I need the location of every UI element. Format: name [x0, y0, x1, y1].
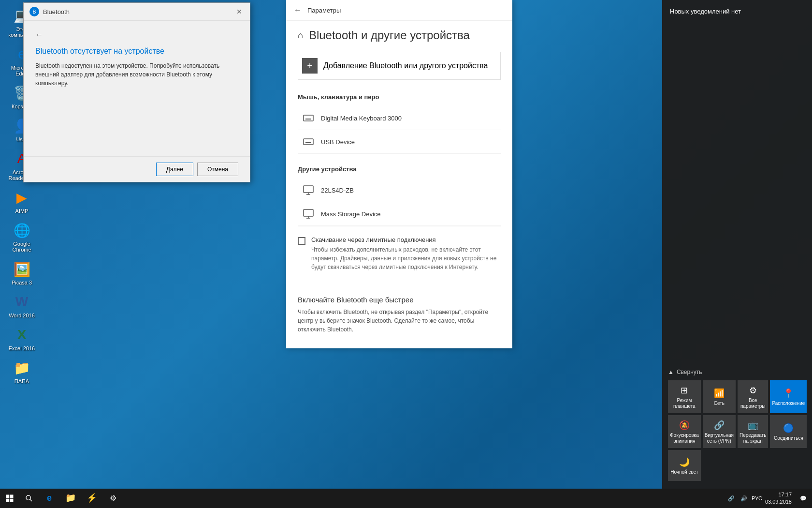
storage-device-name: Mass Storage Device — [321, 210, 381, 218]
svg-rect-15 — [304, 209, 313, 216]
bluetooth-taskbar-icon: ⚡ — [87, 493, 97, 503]
device-item-22ls[interactable]: 22LS4D-ZB — [298, 179, 501, 202]
add-device-button[interactable]: + Добавление Bluetooth или другого устро… — [298, 52, 501, 80]
settings-page-title: Bluetooth и другие устройства — [309, 29, 470, 42]
vpn-label: Виртуальная сеть (VPN) — [705, 433, 734, 444]
svg-rect-19 — [10, 495, 14, 498]
tile-network[interactable]: 📶 Сеть — [703, 380, 736, 413]
aimp-label: AIMP — [7, 208, 37, 214]
tile-focus-assist[interactable]: 🔕 Фокусировка внимания — [668, 415, 701, 448]
taskbar-app-edge[interactable]: e — [39, 489, 60, 508]
keyboard-device-name: Digital Media Keyboard 3000 — [321, 115, 402, 122]
dialog-back-button[interactable]: ← — [35, 30, 43, 39]
tile-project[interactable]: 📺 Передавать на экран — [738, 415, 768, 448]
location-label: Расположение — [772, 401, 805, 406]
download-settings-section: Скачивание через лимитные подключения Чт… — [298, 226, 501, 286]
settings-home-icon: ⌂ — [298, 30, 303, 41]
tile-location[interactable]: 📍 Расположение — [770, 380, 807, 413]
action-center: Новых уведомлений нет ▲ Свернуть ⊞ Режим… — [662, 0, 812, 489]
night-light-label: Ночной свет — [670, 469, 698, 475]
add-device-icon: + — [302, 58, 318, 74]
dialog-heading: Bluetooth отсутствует на устройстве — [35, 47, 238, 56]
dialog-titlebar: B Bluetooth ✕ — [24, 3, 250, 21]
desktop-icon-papa[interactable]: 📁 ПАПА — [5, 357, 39, 386]
dialog-title-text: Bluetooth — [43, 8, 70, 15]
dialog-title-left: B Bluetooth — [29, 7, 70, 16]
collapse-chevron-icon: ▲ — [668, 369, 674, 375]
desktop: 💻 Этот компьютер e Microsoft Edge 🗑️ Кор… — [0, 0, 812, 508]
dialog-body-text: Bluetooth недоступен на этом устройстве.… — [35, 61, 238, 88]
taskbar: e 📁 ⚡ ⚙ 🔗 🔊 РУС 17:17 03.09.2018 💬 — [0, 489, 812, 508]
device-item-mass-storage[interactable]: Mass Storage Device — [298, 202, 501, 226]
action-center-collapse-button[interactable]: ▲ Свернуть — [668, 369, 806, 375]
svg-point-22 — [26, 495, 30, 500]
clock-time: 17:17 — [778, 491, 792, 498]
search-icon — [25, 494, 33, 502]
tile-night-light[interactable]: 🌙 Ночной свет — [668, 450, 701, 481]
download-checkbox-label-group: Скачивание через лимитные подключения Чт… — [311, 236, 501, 271]
bluetooth-promo-section: Включайте Bluetooth еще быстрее Чтобы вк… — [298, 286, 501, 334]
promo-title: Включайте Bluetooth еще быстрее — [298, 296, 501, 304]
excel-label: Excel 2016 — [7, 345, 37, 351]
dialog-body: ← Bluetooth отсутствует на устройстве Bl… — [24, 21, 250, 156]
usb-keyboard-icon — [302, 135, 315, 149]
svg-rect-0 — [304, 115, 313, 121]
action-center-header: Новых уведомлений нет — [662, 0, 812, 19]
chrome-icon: 🌐 — [13, 222, 30, 239]
other-section-heading: Другие устройства — [298, 162, 501, 173]
download-checkbox-row: Скачивание через лимитные подключения Чт… — [298, 236, 501, 271]
action-center-bottom: ▲ Свернуть ⊞ Режим планшета 📶 Сеть ⚙ Все… — [662, 363, 812, 489]
tray-volume-icon[interactable]: 🔊 — [739, 493, 749, 503]
download-checkbox[interactable] — [298, 237, 305, 245]
picasa-icon: 🖼️ — [13, 260, 30, 278]
taskbar-tray: 🔗 🔊 РУС 17:17 03.09.2018 💬 — [726, 491, 812, 506]
tile-all-settings[interactable]: ⚙ Все параметры — [738, 380, 768, 413]
taskbar-apps: e 📁 ⚡ ⚙ — [39, 489, 124, 508]
download-checkbox-label: Скачивание через лимитные подключения — [311, 236, 501, 243]
edge-taskbar-icon: e — [47, 493, 52, 503]
tablet-mode-icon: ⊞ — [681, 385, 688, 396]
desktop-icon-chrome[interactable]: 🌐 Google Chrome — [5, 220, 39, 254]
action-center-tray-icon[interactable]: 💬 — [798, 493, 808, 503]
settings-back-button[interactable]: ← — [294, 6, 302, 15]
svg-rect-6 — [304, 139, 313, 145]
dialog-nav: ← — [35, 30, 238, 39]
excel-icon: X — [13, 326, 30, 344]
promo-text: Чтобы включить Bluetooth, не открывая ра… — [298, 308, 501, 334]
search-button[interactable] — [19, 489, 39, 508]
papa-icon: 📁 — [13, 359, 30, 376]
taskbar-app-bluetooth[interactable]: ⚡ — [81, 489, 102, 508]
taskbar-app-explorer[interactable]: 📁 — [60, 489, 81, 508]
taskbar-clock[interactable]: 17:17 03.09.2018 — [765, 491, 796, 506]
settings-header-title: Параметры — [307, 7, 341, 14]
start-button[interactable] — [0, 489, 19, 508]
network-label: Сеть — [714, 401, 725, 406]
tile-connect[interactable]: 🔵 Соединиться — [770, 415, 807, 448]
night-light-icon: 🌙 — [679, 457, 690, 467]
tile-tablet-mode[interactable]: ⊞ Режим планшета — [668, 380, 701, 413]
tray-language[interactable]: РУС — [752, 495, 762, 501]
monitor-icon — [302, 183, 315, 197]
focus-assist-icon: 🔕 — [679, 420, 690, 431]
word-icon: W — [13, 293, 30, 311]
dialog-close-button[interactable]: ✕ — [234, 7, 244, 16]
start-icon — [5, 494, 14, 503]
settings-panel: ← Параметры ⌂ Bluetooth и другие устройс… — [286, 0, 512, 348]
desktop-icon-word[interactable]: W Word 2016 — [5, 291, 39, 320]
desktop-icon-picasa[interactable]: 🖼️ Picasa 3 — [5, 258, 39, 287]
desktop-icon-excel[interactable]: X Excel 2016 — [5, 324, 39, 353]
svg-rect-21 — [10, 499, 14, 502]
tray-network-icon[interactable]: 🔗 — [726, 493, 736, 503]
taskbar-app-settings[interactable]: ⚙ — [102, 489, 124, 508]
device-item-usb[interactable]: USB Device — [298, 130, 501, 154]
desktop-icon-aimp[interactable]: ▶ AIMP — [5, 187, 39, 216]
dialog-next-button[interactable]: Далее — [156, 163, 193, 176]
device-item-keyboard[interactable]: Digital Media Keyboard 3000 — [298, 106, 501, 130]
action-center-no-notifications: Новых уведомлений нет — [670, 8, 741, 15]
mouse-section-heading: Мышь, клавиатура и перо — [298, 90, 501, 101]
connect-label: Соединиться — [774, 435, 803, 441]
dialog-cancel-button[interactable]: Отмена — [197, 163, 238, 176]
tile-vpn[interactable]: 🔗 Виртуальная сеть (VPN) — [703, 415, 736, 448]
tablet-mode-label: Режим планшета — [670, 398, 699, 409]
action-center-tiles: ⊞ Режим планшета 📶 Сеть ⚙ Все параметры … — [668, 380, 806, 481]
